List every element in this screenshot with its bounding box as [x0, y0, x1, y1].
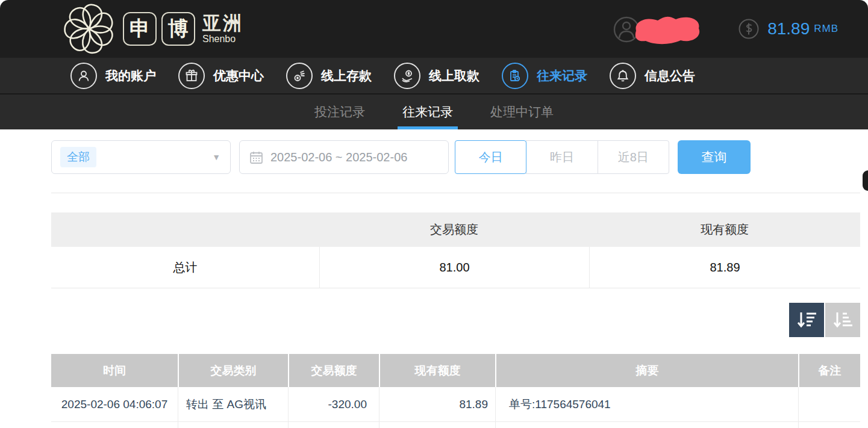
- nav-item-my-account[interactable]: 我的账户: [70, 63, 156, 89]
- cell-amount: -320.00: [288, 387, 379, 421]
- section-divider: [51, 193, 860, 193]
- summary-total-row: 总计 81.00 81.89: [51, 247, 860, 288]
- summary-table: 交易额度 现有额度 总计 81.00 81.89: [51, 212, 860, 288]
- summary-current-balance: 81.89: [589, 247, 860, 288]
- app-window: 申 博 亚洲 Shenbo: [0, 0, 868, 428]
- top-header: 申 博 亚洲 Shenbo: [0, 0, 868, 58]
- records-table-header: 时间 交易类别 交易额度 现有额度 摘要 备注: [51, 354, 860, 387]
- withdraw-icon: [394, 63, 420, 89]
- col-remark: 备注: [798, 354, 860, 387]
- user-account-area[interactable]: [613, 11, 704, 47]
- nav-label: 优惠中心: [213, 67, 264, 84]
- flower-logo-icon: [61, 1, 117, 57]
- sort-amount-desc-icon: [796, 311, 817, 330]
- sort-descending-button[interactable]: [789, 303, 824, 337]
- nav-item-promotions[interactable]: 优惠中心: [178, 63, 264, 89]
- tab-transaction-records[interactable]: 往来记录: [398, 95, 458, 129]
- nav-item-announcements[interactable]: 信息公告: [610, 63, 695, 89]
- type-select-value: 全部: [60, 147, 96, 167]
- summary-table-header: 交易额度 现有额度: [51, 212, 860, 247]
- content-area: 全部 ▼ 2025-02-06 ~ 2025-02-06 今日 昨日 近8日 查…: [0, 129, 868, 428]
- redacted-username-scribble: [629, 14, 705, 45]
- nav-label: 线上取款: [429, 67, 479, 84]
- balance-currency: RMB: [814, 23, 838, 35]
- quick-range-today[interactable]: 今日: [455, 140, 526, 174]
- logo-char-1: 申: [123, 12, 157, 46]
- table-row: 2025-02-06 04:06:07 转出 至 AG视讯 -320.00 81…: [51, 387, 860, 422]
- summary-col-balance: 现有额度: [589, 212, 860, 247]
- col-time: 时间: [51, 354, 178, 387]
- cell-time: 2025-02-06 04:06:07: [51, 387, 178, 421]
- dollar-coin-icon: [738, 19, 759, 39]
- sort-amount-asc-icon: [832, 311, 854, 330]
- table-row-partial: [51, 422, 860, 428]
- nav-item-deposit[interactable]: 线上存款: [286, 63, 372, 89]
- main-nav: 我的账户 优惠中心 线上存款: [0, 58, 868, 95]
- col-summary: 摘要: [495, 354, 798, 387]
- date-range-value: 2025-02-06 ~ 2025-02-06: [270, 150, 407, 164]
- col-balance: 现有额度: [379, 354, 495, 387]
- brand-logo[interactable]: 申 博 亚洲 Shenbo: [61, 1, 243, 57]
- cell-remark: [798, 387, 860, 421]
- col-type: 交易类别: [178, 354, 288, 387]
- bell-icon: [610, 63, 636, 89]
- deposit-icon: [286, 63, 313, 89]
- nav-item-records[interactable]: 往来记录: [502, 63, 587, 89]
- quick-range-last8days[interactable]: 近8日: [598, 140, 669, 174]
- type-select[interactable]: 全部 ▼: [51, 140, 231, 174]
- summary-col-empty: [51, 212, 319, 247]
- nav-item-withdraw[interactable]: 线上取款: [394, 63, 479, 89]
- date-range-picker[interactable]: 2025-02-06 ~ 2025-02-06: [239, 140, 449, 174]
- records-icon: [502, 63, 528, 89]
- quick-range-yesterday[interactable]: 昨日: [526, 140, 598, 174]
- floating-widget-edge[interactable]: [863, 170, 868, 191]
- col-amount: 交易额度: [288, 354, 379, 387]
- nav-label: 线上存款: [321, 67, 372, 84]
- records-table: 时间 交易类别 交易额度 现有额度 摘要 备注 2025-02-06 04:06…: [51, 354, 860, 428]
- tab-betting-records[interactable]: 投注记录: [310, 95, 370, 129]
- user-icon: [70, 63, 97, 89]
- tab-processing-orders[interactable]: 处理中订单: [486, 95, 558, 129]
- balance-amount[interactable]: 81.89: [767, 19, 810, 39]
- logo-latin-text: Shenbo: [202, 34, 243, 44]
- summary-transaction-amount: 81.00: [319, 247, 589, 288]
- logo-char-2: 博: [161, 12, 195, 46]
- sort-ascending-button[interactable]: [825, 303, 860, 337]
- calendar-icon: [249, 150, 263, 164]
- nav-label: 我的账户: [105, 67, 156, 84]
- nav-label: 往来记录: [537, 67, 587, 84]
- chevron-down-icon: ▼: [212, 152, 220, 162]
- nav-label: 信息公告: [645, 67, 695, 84]
- logo-region-text: 亚洲: [202, 14, 243, 33]
- cell-balance: 81.89: [379, 387, 495, 421]
- logo-characters: 申 博: [123, 12, 195, 46]
- sub-tabbar: 投注记录 往来记录 处理中订单: [0, 95, 868, 129]
- search-button[interactable]: 查询: [678, 140, 751, 174]
- sort-buttons: [789, 303, 860, 337]
- summary-col-transaction: 交易额度: [319, 212, 589, 247]
- summary-total-label: 总计: [51, 247, 319, 288]
- quick-range-group: 今日 昨日 近8日: [455, 140, 669, 174]
- cell-type: 转出 至 AG视讯: [178, 387, 288, 421]
- cell-summary: 单号:117564576041: [495, 387, 798, 421]
- gift-icon: [178, 63, 205, 89]
